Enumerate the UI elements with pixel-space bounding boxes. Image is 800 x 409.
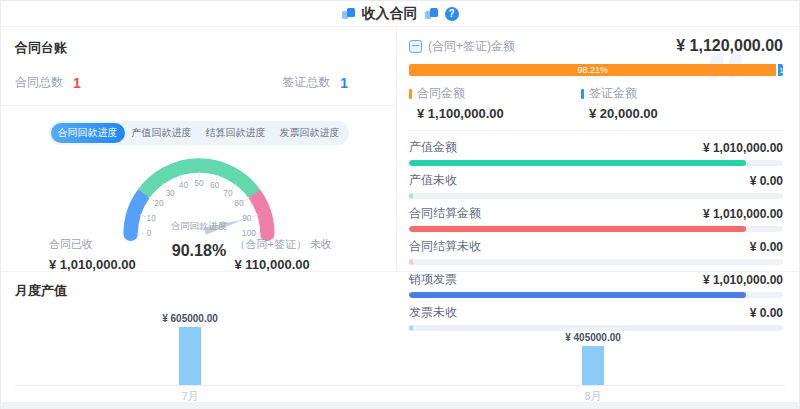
visa-total-stat: 签证总数 1 bbox=[282, 74, 348, 91]
main-area: 合同台账 合同总数 1 签证总数 1 合同回款进度 产值回款进度 结算回款进度 … bbox=[1, 27, 799, 271]
amount-legend: 合同金额 ¥ 1,100,000.00 签证金额 ¥ 20,000.00 bbox=[409, 85, 783, 121]
metric-bar-fill bbox=[409, 259, 413, 265]
bar-value-label: ¥ 405000.00 bbox=[565, 332, 621, 343]
gauge-tick: 90 bbox=[242, 213, 252, 223]
metric-label: 合同结算未收 bbox=[409, 238, 481, 255]
legend-marker bbox=[409, 89, 412, 99]
bar-chart-icon bbox=[342, 8, 355, 19]
stat-label: （合同+签证） 未收 bbox=[235, 237, 332, 252]
metric-bar-fill bbox=[409, 226, 746, 232]
summary-head: (合同+签证)金额 ¥ 1,120,000.00 bbox=[409, 37, 783, 55]
legend-contract-amount: 合同金额 ¥ 1,100,000.00 bbox=[409, 85, 581, 121]
metric-bar-track bbox=[409, 160, 783, 166]
metric-value: ¥ 0.00 bbox=[750, 306, 783, 320]
visa-amount-segment[interactable]: 1.79% bbox=[778, 64, 783, 76]
bar[interactable] bbox=[582, 346, 604, 385]
right-panel: (合同+签证)金额 ¥ 1,120,000.00 98.21% 1.79% 合同… bbox=[397, 27, 799, 271]
metric-bar-track bbox=[409, 292, 783, 298]
metric-row-settlement-unreceived: 合同结算未收¥ 0.00 bbox=[409, 238, 783, 265]
stat-value: 1 bbox=[340, 75, 348, 91]
document-icon bbox=[409, 40, 422, 53]
bar-value-label: ¥ 605000.00 bbox=[162, 313, 218, 324]
metric-row-settlement-amount: 合同结算金额¥ 1,010,000.00 bbox=[409, 205, 783, 232]
tab-settlement-payment-progress[interactable]: 结算回款进度 bbox=[199, 123, 273, 143]
legend-visa-amount: 签证金额 ¥ 20,000.00 bbox=[581, 85, 753, 121]
metric-value: ¥ 0.00 bbox=[750, 240, 783, 254]
contract-received-stat: 合同已收 ¥ 1,010,000.00 bbox=[49, 237, 136, 272]
stat-label: 合同总数 bbox=[15, 74, 63, 91]
ledger-title: 合同台账 bbox=[15, 39, 382, 57]
metric-row-output-invoice: 销项发票¥ 1,010,000.00 bbox=[409, 271, 783, 298]
amount-stacked-bar: 98.21% 1.79% bbox=[409, 64, 783, 76]
metric-bar-fill bbox=[409, 325, 413, 331]
gauge-band-blue bbox=[130, 194, 143, 234]
metric-bar-track bbox=[409, 226, 783, 232]
metric-row-invoice-unreceived: 发票未收¥ 0.00 bbox=[409, 304, 783, 331]
bottom-strip bbox=[1, 402, 799, 409]
bar-august: ¥ 405000.00 8月 bbox=[582, 346, 604, 385]
gauge-tick: 20 bbox=[154, 198, 164, 208]
gauge-tick: 40 bbox=[178, 180, 188, 190]
ledger-stats: 合同总数 1 签证总数 1 bbox=[15, 74, 382, 91]
stat-value: ¥ 1,010,000.00 bbox=[49, 257, 136, 272]
metric-value: ¥ 1,010,000.00 bbox=[703, 273, 783, 287]
summary-label-row: (合同+签证)金额 bbox=[409, 38, 515, 55]
stat-label: 签证总数 bbox=[282, 74, 330, 91]
tab-contract-payment-progress[interactable]: 合同回款进度 bbox=[51, 123, 125, 143]
bar[interactable] bbox=[179, 327, 201, 385]
gauge-stats: 合同已收 ¥ 1,010,000.00 （合同+签证） 未收 ¥ 110,000… bbox=[1, 237, 396, 272]
stat-value: ¥ 110,000.00 bbox=[235, 257, 332, 272]
tab-invoice-payment-progress[interactable]: 发票回款进度 bbox=[273, 123, 347, 143]
metrics-list: 产值金额¥ 1,010,000.00 产值未收¥ 0.00 合同结算金额¥ 1,… bbox=[409, 139, 783, 331]
legend-value: ¥ 1,100,000.00 bbox=[409, 106, 581, 121]
gauge-tick: 60 bbox=[209, 180, 219, 190]
bar-july: ¥ 605000.00 7月 bbox=[179, 327, 201, 385]
contract-amount-segment[interactable]: 98.21% bbox=[409, 64, 776, 76]
bar-chart-icon bbox=[425, 8, 438, 19]
metric-bar-track bbox=[409, 259, 783, 265]
metric-bar-track bbox=[409, 325, 783, 331]
contract-ledger-section: 合同台账 合同总数 1 签证总数 1 bbox=[1, 27, 396, 106]
gauge-band-pink bbox=[254, 194, 267, 234]
metric-bar-fill bbox=[409, 292, 746, 298]
metric-label: 发票未收 bbox=[409, 304, 457, 321]
metric-bar-fill bbox=[409, 160, 746, 166]
gauge-tick: 70 bbox=[223, 188, 233, 198]
page-title: 收入合同 bbox=[362, 5, 418, 23]
legend-label: 签证金额 bbox=[589, 85, 637, 102]
gauge-tick: 10 bbox=[146, 213, 156, 223]
help-icon[interactable]: ? bbox=[445, 7, 459, 21]
amount-summary-section: (合同+签证)金额 ¥ 1,120,000.00 98.21% 1.79% 合同… bbox=[409, 37, 783, 131]
legend-value: ¥ 20,000.00 bbox=[581, 106, 753, 121]
unreceived-stat: （合同+签证） 未收 ¥ 110,000.00 bbox=[235, 237, 332, 272]
x-axis-label: 7月 bbox=[181, 389, 198, 404]
metric-value: ¥ 1,010,000.00 bbox=[703, 207, 783, 221]
dashboard-card: 收入合同 ? 合同台账 合同总数 1 签证总数 1 bbox=[0, 0, 800, 409]
metric-label: 合同结算金额 bbox=[409, 205, 481, 222]
metric-row-output-unreceived: 产值未收¥ 0.00 bbox=[409, 172, 783, 199]
summary-total: ¥ 1,120,000.00 bbox=[676, 37, 783, 55]
metric-label: 产值金额 bbox=[409, 139, 457, 156]
gauge-tick: 50 bbox=[194, 178, 204, 188]
legend-marker bbox=[581, 89, 584, 99]
gauge-title: 合同回款进度 bbox=[170, 220, 227, 231]
x-axis-label: 8月 bbox=[584, 389, 601, 404]
gauge-tick: 30 bbox=[165, 188, 175, 198]
metric-value: ¥ 0.00 bbox=[750, 174, 783, 188]
gauge-tick: 80 bbox=[234, 198, 244, 208]
metric-bar-track bbox=[409, 193, 783, 199]
left-panel: 合同台账 合同总数 1 签证总数 1 合同回款进度 产值回款进度 结算回款进度 … bbox=[1, 27, 397, 271]
metric-row-output-amount: 产值金额¥ 1,010,000.00 bbox=[409, 139, 783, 166]
summary-label: (合同+签证)金额 bbox=[428, 38, 515, 55]
metric-label: 销项发票 bbox=[409, 271, 457, 288]
progress-tabs: 合同回款进度 产值回款进度 结算回款进度 发票回款进度 bbox=[49, 121, 349, 145]
header: 收入合同 ? bbox=[1, 1, 799, 27]
metric-label: 产值未收 bbox=[409, 172, 457, 189]
contract-total-stat: 合同总数 1 bbox=[15, 74, 81, 91]
stat-label: 合同已收 bbox=[49, 237, 136, 252]
stat-value: 1 bbox=[73, 75, 81, 91]
metric-bar-fill bbox=[409, 193, 413, 199]
tab-output-payment-progress[interactable]: 产值回款进度 bbox=[125, 123, 199, 143]
legend-label: 合同金额 bbox=[417, 85, 465, 102]
metric-value: ¥ 1,010,000.00 bbox=[703, 141, 783, 155]
